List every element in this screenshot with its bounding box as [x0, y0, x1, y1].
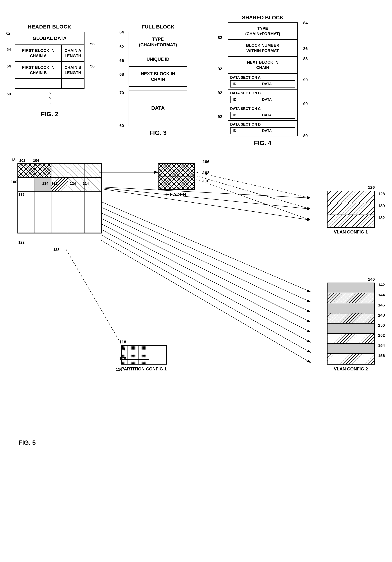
arrow-to-vlan2-8: [101, 240, 310, 363]
pc-0: [122, 346, 127, 350]
ref-144: 144: [378, 293, 385, 297]
fig5-header-top: [158, 164, 194, 176]
ref-92c: 92: [218, 114, 222, 119]
ref-106: 106: [203, 159, 209, 164]
pc-5: [122, 350, 127, 355]
arrow-to-vlan1-3: [101, 189, 310, 220]
fig4-block-number: BLOCK NUMBERWITHIN FORMAT: [228, 40, 297, 57]
ref-80: 80: [303, 133, 308, 138]
fig5-vlan1-block: [327, 191, 375, 228]
pc-16: [127, 359, 133, 364]
fig3-data: DATA: [129, 91, 187, 126]
grid-cell-3-0: [18, 205, 35, 219]
ref-152: 152: [378, 333, 385, 338]
grid-row-4: [18, 219, 101, 233]
fig3-type: TYPE(CHAIN+FORMAT): [129, 32, 187, 52]
fig4-section-b-label: DATA SECTION B: [230, 91, 295, 95]
ref-156: 156: [378, 353, 385, 358]
fig4-section-a-data: DATA: [239, 81, 295, 87]
page: HEADER BLOCK 52 ⌐ GLOBAL DATA FIRST BLOC…: [0, 0, 392, 562]
ref-104: 104: [33, 158, 39, 163]
fig4-section-d: DATA SECTION D ID DATA: [228, 121, 297, 136]
grid-cell-2-4: [84, 191, 101, 205]
grid-cell-4-1: [35, 219, 51, 233]
fig5-header-bottom: [158, 176, 194, 189]
fig4-section-d-id: ID: [231, 128, 239, 134]
ref-13: 13: [11, 158, 15, 162]
grid-row-0: [18, 164, 101, 178]
grid-cell-0-0: [18, 164, 35, 178]
ref-118: 118: [119, 340, 126, 344]
fig5-vlan2-block: [327, 282, 375, 364]
vlan2-row8: [327, 354, 374, 364]
arrow-to-partition: [66, 249, 125, 351]
fig4-type: TYPE(CHAIN+FORMAT): [228, 23, 297, 40]
fig5-partition-container: 118 120 116 PARTITION CONFIG 1: [121, 345, 167, 372]
vlan2-row5: [327, 324, 374, 334]
ref-92b: 92: [218, 91, 222, 95]
fig5-vlan2-container: 140 142 144 146 148 150 152 154 156 VLAN…: [327, 282, 375, 372]
fig2-chain-a-first: FIRST BLOCK IN CHAIN A: [15, 45, 62, 61]
pc-11: [127, 355, 133, 359]
fig3-outer: FULL BLOCK TYPE(CHAIN+FORMAT) UNIQUE ID …: [129, 24, 187, 136]
fig5-vlan2-label: VLAN CONFIG 2: [327, 366, 375, 372]
ref-110: 110: [203, 179, 209, 184]
fig2-more-right: ...: [62, 79, 84, 88]
ref-128: 128: [378, 192, 385, 196]
grid-cell-3-3: [68, 205, 84, 219]
ref-112: 112: [51, 181, 57, 186]
ref-70: 70: [119, 91, 124, 95]
grid-cell-3-2: [51, 205, 68, 219]
fig2-global-data: GLOBAL DATA: [15, 32, 84, 45]
ref-102: 102: [19, 158, 25, 163]
vlan2-row3: [327, 303, 374, 314]
fig3-unique-id: UNIQUE ID: [129, 52, 187, 67]
fig5-partition-label: PARTITION CONFIG 1: [121, 366, 167, 372]
fig4-section-c-label: DATA SECTION C: [230, 107, 295, 111]
fig4-section-c-id: ID: [231, 112, 239, 118]
fig4-outer: SHARED BLOCK TYPE(CHAIN+FORMAT) BLOCK NU…: [228, 15, 298, 147]
grid-cell-3-1: [35, 205, 51, 219]
fig5-grid-table: [18, 164, 101, 233]
arrow-to-vlan1-1: [101, 187, 310, 198]
ref-114: 114: [83, 181, 89, 186]
ref-100: 100: [11, 180, 17, 184]
ref-50: 50: [6, 92, 11, 96]
fig5-header-block: [158, 163, 195, 190]
grid-row-2: [18, 191, 101, 205]
fig4-section-c-row: ID DATA: [230, 112, 295, 119]
vlan2-row7: [327, 344, 374, 354]
fig2-chain-b-length: CHAIN B LENGTH: [62, 62, 84, 78]
fig5-header-label: HEADER: [158, 192, 195, 198]
fig5-section: 13 100: [7, 158, 386, 452]
ref-90a: 90: [303, 78, 308, 82]
figures-top-row: HEADER BLOCK 52 ⌐ GLOBAL DATA FIRST BLOC…: [7, 13, 385, 147]
ref-84: 84: [303, 21, 308, 25]
grid-cell-4-2: [51, 219, 68, 233]
ref-62: 62: [119, 45, 124, 49]
ref-132: 132: [378, 215, 385, 220]
ref-108: 108: [203, 170, 209, 175]
fig4-section-d-label: DATA SECTION D: [230, 122, 295, 127]
grid-cell-0-2: [51, 164, 68, 178]
arrow-to-vlan2-3: [101, 213, 310, 312]
fig2-row3: ... ...: [15, 79, 84, 88]
pc-18: [138, 359, 144, 364]
ref-92a: 92: [218, 67, 222, 71]
ref-66: 66: [119, 58, 124, 63]
grid-cell-4-4: [84, 219, 101, 233]
fig5-caption: FIG. 5: [18, 439, 36, 446]
fig4-section-a-id: ID: [231, 81, 239, 87]
fig2-row2: FIRST BLOCK IN CHAIN B CHAIN B LENGTH: [15, 62, 84, 79]
pc-6: [127, 350, 133, 355]
partition-grid: [121, 345, 167, 364]
grid-cell-2-2: [51, 191, 68, 205]
header-to-vlan1-2: [197, 176, 310, 209]
fig4-section-b-data: DATA: [239, 96, 295, 103]
grid-cell-2-3: [68, 191, 84, 205]
fig2-block: GLOBAL DATA FIRST BLOCK IN CHAIN A CHAIN…: [15, 32, 85, 89]
fig4-section-d-row: ID DATA: [230, 127, 295, 134]
fig2-title: HEADER BLOCK: [15, 24, 85, 30]
fig2-chain-a-length: CHAIN A LENGTH: [62, 45, 84, 61]
arrow-to-vlan2-1: [101, 202, 310, 292]
